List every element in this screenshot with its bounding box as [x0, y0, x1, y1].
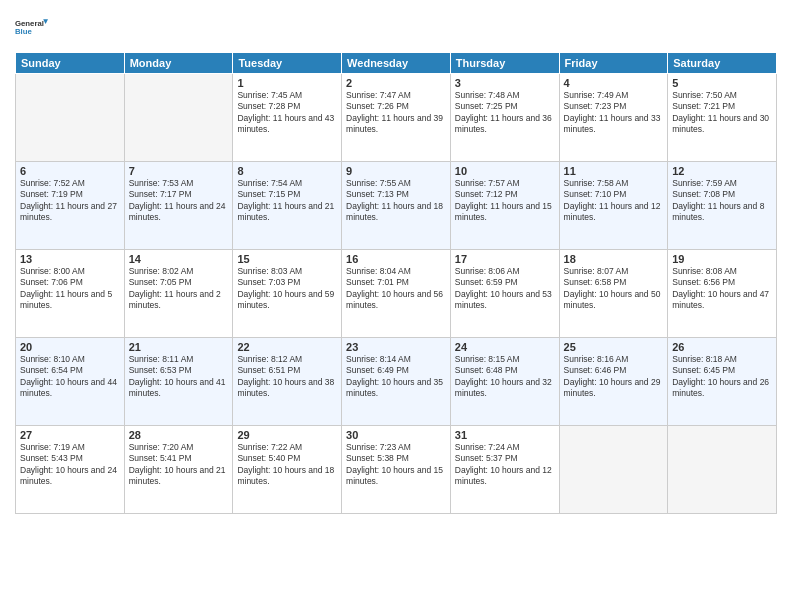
- cell-2-0: 13Sunrise: 8:00 AM Sunset: 7:06 PM Dayli…: [16, 250, 125, 338]
- header-thursday: Thursday: [450, 53, 559, 74]
- day-number: 19: [672, 253, 772, 265]
- day-number: 14: [129, 253, 229, 265]
- day-info: Sunrise: 7:19 AM Sunset: 5:43 PM Dayligh…: [20, 442, 120, 488]
- header-friday: Friday: [559, 53, 668, 74]
- day-number: 17: [455, 253, 555, 265]
- day-info: Sunrise: 7:47 AM Sunset: 7:26 PM Dayligh…: [346, 90, 446, 136]
- day-info: Sunrise: 7:52 AM Sunset: 7:19 PM Dayligh…: [20, 178, 120, 224]
- day-info: Sunrise: 8:15 AM Sunset: 6:48 PM Dayligh…: [455, 354, 555, 400]
- day-info: Sunrise: 7:58 AM Sunset: 7:10 PM Dayligh…: [564, 178, 664, 224]
- day-number: 4: [564, 77, 664, 89]
- cell-2-4: 17Sunrise: 8:06 AM Sunset: 6:59 PM Dayli…: [450, 250, 559, 338]
- day-info: Sunrise: 7:22 AM Sunset: 5:40 PM Dayligh…: [237, 442, 337, 488]
- day-number: 20: [20, 341, 120, 353]
- day-number: 7: [129, 165, 229, 177]
- day-number: 16: [346, 253, 446, 265]
- cell-3-1: 21Sunrise: 8:11 AM Sunset: 6:53 PM Dayli…: [124, 338, 233, 426]
- day-info: Sunrise: 8:00 AM Sunset: 7:06 PM Dayligh…: [20, 266, 120, 312]
- day-number: 6: [20, 165, 120, 177]
- cell-0-4: 3Sunrise: 7:48 AM Sunset: 7:25 PM Daylig…: [450, 74, 559, 162]
- cell-4-5: [559, 426, 668, 514]
- day-info: Sunrise: 7:20 AM Sunset: 5:41 PM Dayligh…: [129, 442, 229, 488]
- day-number: 28: [129, 429, 229, 441]
- cell-2-6: 19Sunrise: 8:08 AM Sunset: 6:56 PM Dayli…: [668, 250, 777, 338]
- week-row-3: 13Sunrise: 8:00 AM Sunset: 7:06 PM Dayli…: [16, 250, 777, 338]
- cell-0-0: [16, 74, 125, 162]
- cell-4-2: 29Sunrise: 7:22 AM Sunset: 5:40 PM Dayli…: [233, 426, 342, 514]
- week-row-2: 6Sunrise: 7:52 AM Sunset: 7:19 PM Daylig…: [16, 162, 777, 250]
- week-row-1: 1Sunrise: 7:45 AM Sunset: 7:28 PM Daylig…: [16, 74, 777, 162]
- day-info: Sunrise: 8:10 AM Sunset: 6:54 PM Dayligh…: [20, 354, 120, 400]
- day-number: 25: [564, 341, 664, 353]
- cell-1-2: 8Sunrise: 7:54 AM Sunset: 7:15 PM Daylig…: [233, 162, 342, 250]
- day-number: 8: [237, 165, 337, 177]
- cell-2-1: 14Sunrise: 8:02 AM Sunset: 7:05 PM Dayli…: [124, 250, 233, 338]
- cell-4-1: 28Sunrise: 7:20 AM Sunset: 5:41 PM Dayli…: [124, 426, 233, 514]
- day-info: Sunrise: 8:06 AM Sunset: 6:59 PM Dayligh…: [455, 266, 555, 312]
- header-row: SundayMondayTuesdayWednesdayThursdayFrid…: [16, 53, 777, 74]
- cell-1-6: 12Sunrise: 7:59 AM Sunset: 7:08 PM Dayli…: [668, 162, 777, 250]
- day-number: 13: [20, 253, 120, 265]
- cell-3-6: 26Sunrise: 8:18 AM Sunset: 6:45 PM Dayli…: [668, 338, 777, 426]
- day-number: 24: [455, 341, 555, 353]
- day-number: 31: [455, 429, 555, 441]
- day-number: 18: [564, 253, 664, 265]
- cell-2-5: 18Sunrise: 8:07 AM Sunset: 6:58 PM Dayli…: [559, 250, 668, 338]
- header-wednesday: Wednesday: [342, 53, 451, 74]
- cell-0-1: [124, 74, 233, 162]
- day-number: 26: [672, 341, 772, 353]
- calendar-table: SundayMondayTuesdayWednesdayThursdayFrid…: [15, 52, 777, 514]
- day-info: Sunrise: 7:50 AM Sunset: 7:21 PM Dayligh…: [672, 90, 772, 136]
- cell-1-1: 7Sunrise: 7:53 AM Sunset: 7:17 PM Daylig…: [124, 162, 233, 250]
- day-info: Sunrise: 7:48 AM Sunset: 7:25 PM Dayligh…: [455, 90, 555, 136]
- cell-0-6: 5Sunrise: 7:50 AM Sunset: 7:21 PM Daylig…: [668, 74, 777, 162]
- day-info: Sunrise: 8:08 AM Sunset: 6:56 PM Dayligh…: [672, 266, 772, 312]
- day-info: Sunrise: 8:18 AM Sunset: 6:45 PM Dayligh…: [672, 354, 772, 400]
- cell-4-6: [668, 426, 777, 514]
- logo: General Blue: [15, 10, 49, 44]
- day-number: 21: [129, 341, 229, 353]
- day-info: Sunrise: 7:45 AM Sunset: 7:28 PM Dayligh…: [237, 90, 337, 136]
- day-info: Sunrise: 8:11 AM Sunset: 6:53 PM Dayligh…: [129, 354, 229, 400]
- cell-2-2: 15Sunrise: 8:03 AM Sunset: 7:03 PM Dayli…: [233, 250, 342, 338]
- cell-4-3: 30Sunrise: 7:23 AM Sunset: 5:38 PM Dayli…: [342, 426, 451, 514]
- cell-1-5: 11Sunrise: 7:58 AM Sunset: 7:10 PM Dayli…: [559, 162, 668, 250]
- day-number: 9: [346, 165, 446, 177]
- day-number: 11: [564, 165, 664, 177]
- day-number: 30: [346, 429, 446, 441]
- day-number: 12: [672, 165, 772, 177]
- day-info: Sunrise: 7:55 AM Sunset: 7:13 PM Dayligh…: [346, 178, 446, 224]
- cell-2-3: 16Sunrise: 8:04 AM Sunset: 7:01 PM Dayli…: [342, 250, 451, 338]
- day-number: 1: [237, 77, 337, 89]
- week-row-4: 20Sunrise: 8:10 AM Sunset: 6:54 PM Dayli…: [16, 338, 777, 426]
- day-info: Sunrise: 7:57 AM Sunset: 7:12 PM Dayligh…: [455, 178, 555, 224]
- day-info: Sunrise: 8:03 AM Sunset: 7:03 PM Dayligh…: [237, 266, 337, 312]
- logo-svg: General Blue: [15, 10, 49, 44]
- cell-0-3: 2Sunrise: 7:47 AM Sunset: 7:26 PM Daylig…: [342, 74, 451, 162]
- cell-3-0: 20Sunrise: 8:10 AM Sunset: 6:54 PM Dayli…: [16, 338, 125, 426]
- day-number: 2: [346, 77, 446, 89]
- day-info: Sunrise: 8:02 AM Sunset: 7:05 PM Dayligh…: [129, 266, 229, 312]
- svg-text:Blue: Blue: [15, 27, 33, 36]
- day-number: 27: [20, 429, 120, 441]
- day-info: Sunrise: 8:12 AM Sunset: 6:51 PM Dayligh…: [237, 354, 337, 400]
- day-number: 22: [237, 341, 337, 353]
- week-row-5: 27Sunrise: 7:19 AM Sunset: 5:43 PM Dayli…: [16, 426, 777, 514]
- cell-3-5: 25Sunrise: 8:16 AM Sunset: 6:46 PM Dayli…: [559, 338, 668, 426]
- day-number: 10: [455, 165, 555, 177]
- day-info: Sunrise: 8:04 AM Sunset: 7:01 PM Dayligh…: [346, 266, 446, 312]
- cell-4-0: 27Sunrise: 7:19 AM Sunset: 5:43 PM Dayli…: [16, 426, 125, 514]
- cell-3-2: 22Sunrise: 8:12 AM Sunset: 6:51 PM Dayli…: [233, 338, 342, 426]
- cell-3-4: 24Sunrise: 8:15 AM Sunset: 6:48 PM Dayli…: [450, 338, 559, 426]
- cell-0-2: 1Sunrise: 7:45 AM Sunset: 7:28 PM Daylig…: [233, 74, 342, 162]
- day-info: Sunrise: 8:14 AM Sunset: 6:49 PM Dayligh…: [346, 354, 446, 400]
- header: General Blue: [15, 10, 777, 44]
- day-info: Sunrise: 7:53 AM Sunset: 7:17 PM Dayligh…: [129, 178, 229, 224]
- day-info: Sunrise: 7:54 AM Sunset: 7:15 PM Dayligh…: [237, 178, 337, 224]
- day-info: Sunrise: 7:23 AM Sunset: 5:38 PM Dayligh…: [346, 442, 446, 488]
- cell-1-4: 10Sunrise: 7:57 AM Sunset: 7:12 PM Dayli…: [450, 162, 559, 250]
- cell-1-3: 9Sunrise: 7:55 AM Sunset: 7:13 PM Daylig…: [342, 162, 451, 250]
- day-info: Sunrise: 8:07 AM Sunset: 6:58 PM Dayligh…: [564, 266, 664, 312]
- day-info: Sunrise: 7:59 AM Sunset: 7:08 PM Dayligh…: [672, 178, 772, 224]
- day-number: 15: [237, 253, 337, 265]
